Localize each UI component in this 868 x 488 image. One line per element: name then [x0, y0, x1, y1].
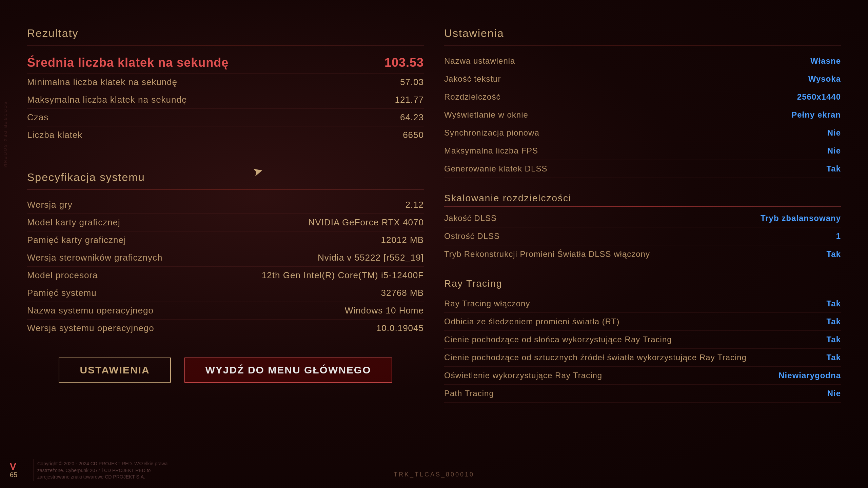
settings-button[interactable]: Ustawienia — [59, 358, 171, 383]
max-fps-label: Maksymalna liczba klatek na sekundę — [27, 95, 187, 105]
settings-divider — [444, 45, 841, 45]
results-divider — [27, 45, 424, 45]
setting-name-label: Nazwa ustawienia — [444, 56, 515, 66]
buttons-container: Ustawienia Wyjdź do menu głównego — [27, 358, 424, 383]
right-panel: Ustawienia Nazwa ustawienia Własne Jakoś… — [444, 14, 841, 461]
side-text-decoration: SCGDRFR PEX SOGENM — [3, 102, 7, 168]
rt-enabled-label: Ray Tracing włączony — [444, 299, 530, 308]
rt-artificial-shadows-label: Cienie pochodzące od sztucznych źródeł ś… — [444, 353, 747, 362]
settings-section: Ustawienia Nazwa ustawienia Własne Jakoś… — [444, 14, 841, 178]
system-title: Specyfikacja systemu — [27, 171, 424, 184]
min-fps-row: Minimalna liczba klatek na sekundę 57.03 — [27, 74, 424, 91]
rt-reflections-label: Odbicia ze śledzeniem promieni światła (… — [444, 317, 619, 326]
frames-row: Liczba klatek 6650 — [27, 126, 424, 144]
settings-title: Ustawienia — [444, 27, 841, 40]
resolution-row: Rozdzielczość 868x488 — [444, 88, 841, 106]
gpu-model-row: Model karty graficznej NVIDIA GeForce RT… — [27, 214, 424, 231]
ray-tracing-section: Ray Tracing Ray Tracing włączony Tak Odb… — [444, 270, 841, 403]
vsync-row: Synchronizacja pionowa Nie — [444, 124, 841, 142]
frames-value: 6650 — [403, 130, 424, 140]
avg-fps-label: Średnia liczba klatek na sekundę — [27, 56, 229, 70]
max-fps-setting-label: Maksymalna liczba FPS — [444, 146, 538, 156]
dlss-sharpness-value: 1 — [836, 231, 841, 241]
rt-lighting-row: Oświetlenie wykorzystujące Ray Tracing N… — [444, 367, 841, 385]
rt-lighting-value: Niewiarygodna — [778, 371, 841, 380]
dlss-gen-row: Generowanie klatek DLSS Tak — [444, 160, 841, 178]
time-label: Czas — [27, 112, 48, 123]
dlss-quality-value: Tryb zbalansowany — [761, 214, 841, 223]
system-section: Specyfikacja systemu Wersja gry 2.12 Mod… — [27, 158, 424, 337]
os-version-row: Wersja systemu operacyjnego 10.0.19045 — [27, 320, 424, 337]
os-name-row: Nazwa systemu operacyjnego Windows 10 Ho… — [27, 302, 424, 320]
path-tracing-value: Nie — [827, 389, 841, 398]
scaling-title: Skalowanie rozdzielczości — [444, 193, 841, 204]
max-fps-row: Maksymalna liczba klatek na sekundę 121.… — [27, 91, 424, 109]
version-v: V — [10, 462, 31, 471]
windowed-label: Wyświetlanie w oknie — [444, 110, 528, 120]
texture-quality-label: Jakość tekstur — [444, 74, 501, 84]
max-fps-setting-value: Nie — [827, 146, 841, 156]
os-version-value: 10.0.19045 — [376, 323, 424, 333]
rt-reflections-value: Tak — [826, 317, 841, 326]
results-title: Rezultaty — [27, 27, 424, 40]
bottom-center-text: TRK_TLCAS_800010 — [394, 471, 474, 478]
cpu-model-label: Model procesora — [27, 270, 98, 281]
gpu-model-value: NVIDIA GeForce RTX 4070 — [309, 217, 424, 228]
ram-value: 32768 MB — [381, 288, 424, 298]
texture-quality-value: Wysoka — [808, 74, 841, 84]
dlss-ray-label: Tryb Rekonstrukcji Promieni Światła DLSS… — [444, 249, 650, 259]
gpu-model-label: Model karty graficznej — [27, 217, 120, 228]
gpu-memory-row: Pamięć karty graficznej 12012 MB — [27, 231, 424, 249]
rt-enabled-value: Tak — [826, 299, 841, 308]
frames-label: Liczba klatek — [27, 130, 82, 140]
texture-quality-row: Jakość tekstur Wysoka — [444, 70, 841, 88]
rt-sun-shadows-row: Cienie pochodzące od słońca wykorzystują… — [444, 331, 841, 349]
dlss-quality-label: Jakość DLSS — [444, 214, 497, 223]
main-menu-button[interactable]: Wyjdź do menu głównego — [184, 358, 392, 383]
rt-sun-shadows-value: Tak — [826, 335, 841, 344]
setting-name-row: Nazwa ustawienia Własne — [444, 52, 841, 70]
time-row: Czas 64.23 — [27, 109, 424, 126]
ray-tracing-divider — [444, 292, 841, 292]
dlss-gen-value: Tak — [826, 164, 841, 174]
vsync-value: Nie — [827, 128, 841, 138]
scaling-divider — [444, 206, 841, 207]
rt-reflections-row: Odbicia ze śledzeniem promieni światła (… — [444, 313, 841, 331]
ram-row: Pamięć systemu 32768 MB — [27, 284, 424, 302]
windowed-row: Wyświetlanie w oknie Pełny ekran — [444, 106, 841, 124]
dlss-ray-value: Tak — [826, 249, 841, 259]
dlss-ray-row: Tryb Rekonstrukcji Promieni Światła DLSS… — [444, 245, 841, 263]
avg-fps-value: 103.53 — [384, 56, 424, 70]
os-name-label: Nazwa systemu operacyjnego — [27, 305, 154, 316]
gpu-memory-label: Pamięć karty graficznej — [27, 235, 126, 245]
main-container: Rezultaty Średnia liczba klatek na sekun… — [0, 0, 868, 488]
game-version-row: Wersja gry 2.12 — [27, 196, 424, 214]
windowed-value: Pełny ekran — [791, 110, 841, 120]
rt-lighting-label: Oświetlenie wykorzystujące Ray Tracing — [444, 371, 602, 380]
ram-label: Pamięć systemu — [27, 288, 97, 298]
min-fps-value: 57.03 — [400, 77, 424, 87]
version-small-text: Copyright © 2020 - 2024 CD PROJEKT RED. … — [37, 461, 173, 481]
left-panel: Rezultaty Średnia liczba klatek na sekun… — [27, 14, 424, 461]
results-section: Rezultaty Średnia liczba klatek na sekun… — [27, 14, 424, 144]
setting-name-value: Własne — [810, 56, 841, 66]
dlss-quality-row: Jakość DLSS Tryb zbalansowany — [444, 209, 841, 227]
dlss-gen-label: Generowanie klatek DLSS — [444, 164, 547, 174]
resolution-value: 868x488 — [797, 92, 841, 102]
rt-artificial-shadows-value: Tak — [826, 353, 841, 362]
dlss-sharpness-row: Ostrość DLSS 1 — [444, 227, 841, 245]
cpu-model-row: Model procesora 12th Gen Intel(R) Core(T… — [27, 267, 424, 284]
rt-artificial-shadows-row: Cienie pochodzące od sztucznych źródeł ś… — [444, 349, 841, 367]
driver-version-row: Wersja sterowników graficznych Nvidia v … — [27, 249, 424, 267]
game-version-value: 2.12 — [405, 200, 424, 210]
os-version-label: Wersja systemu operacyjnego — [27, 323, 154, 333]
game-version-label: Wersja gry — [27, 200, 73, 210]
avg-fps-row: Średnia liczba klatek na sekundę 103.53 — [27, 52, 424, 74]
rt-enabled-row: Ray Tracing włączony Tak — [444, 295, 841, 313]
path-tracing-label: Path Tracing — [444, 389, 494, 398]
dlss-sharpness-label: Ostrość DLSS — [444, 231, 500, 241]
max-fps-setting-row: Maksymalna liczba FPS Nie — [444, 142, 841, 160]
scaling-section: Skalowanie rozdzielczości Jakość DLSS Tr… — [444, 185, 841, 263]
path-tracing-row: Path Tracing Nie — [444, 385, 841, 403]
ray-tracing-title: Ray Tracing — [444, 278, 841, 289]
